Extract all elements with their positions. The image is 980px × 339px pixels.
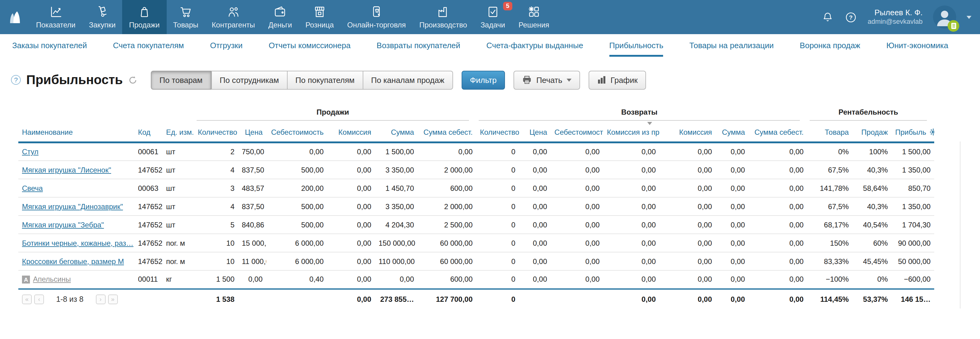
help-icon[interactable]: ? xyxy=(845,11,857,24)
last-page-button[interactable]: » xyxy=(108,295,118,304)
column-header-return-commission-from[interactable]: Комиссия из пр… xyxy=(603,121,659,143)
product-link[interactable]: Свеча xyxy=(22,184,43,192)
cell-name: Ботинки черные, кожаные, раз… xyxy=(18,234,134,252)
column-header-qty[interactable]: Количество xyxy=(194,121,238,143)
column-header-margin-sales[interactable]: Продаж xyxy=(853,121,891,143)
tab-2[interactable]: Отгрузки xyxy=(210,34,243,57)
table-row: Мягкая игрушка "Динозаврик"1476522шт4837… xyxy=(18,197,934,215)
topnav-item-solutions[interactable]: Решения xyxy=(512,0,556,34)
column-settings-gear-icon[interactable] xyxy=(929,128,934,136)
tab-1[interactable]: Счета покупателям xyxy=(113,34,184,57)
user-name: Рылеев К. Ф. xyxy=(868,8,923,18)
column-header-commission[interactable]: Комиссия xyxy=(327,121,375,143)
product-link[interactable]: Мягкая игрушка "Зебра" xyxy=(22,220,104,229)
topnav-item-goods[interactable]: Товары xyxy=(166,0,205,34)
product-link[interactable]: Стул xyxy=(22,147,38,156)
topnav-item-indicators[interactable]: Показатели xyxy=(29,0,82,34)
column-header-profit[interactable]: Прибыль xyxy=(891,121,934,143)
tab-9[interactable]: Юнит-экономика xyxy=(886,34,948,57)
topnav-item-money[interactable]: Деньги xyxy=(262,0,299,34)
topnav-item-production[interactable]: Производство xyxy=(412,0,474,34)
column-header-return-cost[interactable]: Себестоимость xyxy=(551,121,603,143)
cell-sum-cost: 2 500,00 xyxy=(418,215,476,234)
product-link[interactable]: Апельсины xyxy=(33,275,71,284)
cell-return-commission: 0,00 xyxy=(659,271,716,289)
cell-return-commission-from: 0,00 xyxy=(603,215,659,234)
total-return-sum-cost: 0,00 xyxy=(749,289,807,309)
cell-qty: 10 xyxy=(194,252,238,271)
user-menu-caret-icon[interactable] xyxy=(967,16,972,19)
total-qty: 1 538 xyxy=(194,289,238,309)
product-link[interactable]: Кроссовки беговые, размер М xyxy=(22,257,124,266)
filter-button[interactable]: Фильтр xyxy=(461,70,505,89)
app-logo[interactable] xyxy=(0,0,29,34)
topnav-item-retail[interactable]: Розница xyxy=(299,0,340,34)
topnav-item-label: Деньги xyxy=(268,21,292,29)
cell-return-commission: 0,00 xyxy=(659,197,716,215)
column-header-return-commission[interactable]: Комиссия xyxy=(659,121,716,143)
column-header-unit[interactable]: Ед. изм. xyxy=(162,121,194,143)
topnav-item-purchases[interactable]: Закупки xyxy=(82,0,123,34)
user-block[interactable]: Рылеев К. Ф. admin@sevkavlab xyxy=(868,8,923,26)
column-header-return-sum-cost[interactable]: Сумма себест. xyxy=(749,121,807,143)
topnav-item-tasks[interactable]: Задачи5 xyxy=(474,0,512,34)
column-header-sum[interactable]: Сумма xyxy=(375,121,418,143)
column-header-return-price[interactable]: Цена xyxy=(519,121,551,143)
view-button-0[interactable]: По товарам xyxy=(151,70,211,89)
cell-price: 0,00 xyxy=(238,271,266,289)
column-header-name[interactable]: Наименование xyxy=(18,121,134,143)
view-button-3[interactable]: По каналам продаж xyxy=(363,70,453,89)
cell-name: Свеча xyxy=(18,179,134,197)
view-button-2[interactable]: По покупателям xyxy=(287,70,363,89)
tab-active-6[interactable]: Прибыльность xyxy=(609,34,663,57)
refresh-icon[interactable] xyxy=(128,75,137,84)
page-help-icon[interactable]: ? xyxy=(11,75,21,85)
column-header-code[interactable]: Код xyxy=(134,121,162,143)
factory-icon xyxy=(436,5,450,19)
topnav-item-partners[interactable]: Контрагенты xyxy=(205,0,262,34)
cell-cost: 500,00 xyxy=(266,161,327,179)
prev-page-button[interactable]: ‹ xyxy=(34,295,44,304)
next-page-button[interactable]: › xyxy=(95,295,105,304)
total-return-price xyxy=(519,289,551,309)
print-button[interactable]: Печать xyxy=(514,70,580,89)
topnav-item-online[interactable]: Онлайн-торговля xyxy=(340,0,412,34)
column-header-return-qty[interactable]: Количество xyxy=(476,121,519,143)
column-header-cost[interactable]: Себестоимость xyxy=(266,121,327,143)
task-check-icon xyxy=(486,5,500,19)
view-button-1[interactable]: По сотрудникам xyxy=(211,70,287,89)
cell-return-sum: 0,00 xyxy=(716,143,749,161)
cell-sum: 4 204,30 xyxy=(375,215,418,234)
topnav-item-sales[interactable]: Продажи xyxy=(123,0,166,34)
tab-0[interactable]: Заказы покупателей xyxy=(12,34,87,57)
tab-8[interactable]: Воронка продаж xyxy=(800,34,860,57)
first-page-button[interactable]: « xyxy=(22,295,32,304)
column-header-price[interactable]: Цена xyxy=(238,121,266,143)
cell-margin-sales: 0% xyxy=(853,271,891,289)
product-link[interactable]: Мягкая игрушка "Динозаврик" xyxy=(22,202,123,211)
total-return-commission-from: 0,00 xyxy=(603,289,659,309)
product-link[interactable]: Ботинки черные, кожаные, раз… xyxy=(22,239,134,247)
printer-icon xyxy=(522,75,532,85)
chart-button[interactable]: График xyxy=(589,70,646,89)
tab-7[interactable]: Товары на реализации xyxy=(689,34,774,57)
table-group-header-row: ПродажиВозвратыРентабельность xyxy=(18,106,934,121)
cell-return-cost: 0,00 xyxy=(551,271,603,289)
column-header-label: Комиссия xyxy=(338,128,371,136)
product-link[interactable]: Мягкая игрушка "Лисенок" xyxy=(22,166,111,174)
column-header-return-sum[interactable]: Сумма xyxy=(716,121,749,143)
avatar[interactable] xyxy=(933,5,956,29)
cell-sum: 0,00 xyxy=(375,271,418,289)
tab-5[interactable]: Счета-фактуры выданные xyxy=(486,34,583,57)
table-scrollbar-track[interactable] xyxy=(960,141,961,309)
notifications-bell-icon[interactable] xyxy=(821,11,834,24)
cell-commission: 0,00 xyxy=(327,197,375,215)
cell-profit: 50 000,00 xyxy=(891,252,934,271)
cell-sum: 1 450,70 xyxy=(375,179,418,197)
tab-3[interactable]: Отчеты комиссионера xyxy=(269,34,350,57)
tab-4[interactable]: Возвраты покупателей xyxy=(377,34,460,57)
cell-return-commission-from: 0,00 xyxy=(603,197,659,215)
column-header-margin-goods[interactable]: Товара xyxy=(807,121,853,143)
column-header-sum-cost[interactable]: Сумма себест. xyxy=(418,121,476,143)
cell-commission: 0,00 xyxy=(327,143,375,161)
